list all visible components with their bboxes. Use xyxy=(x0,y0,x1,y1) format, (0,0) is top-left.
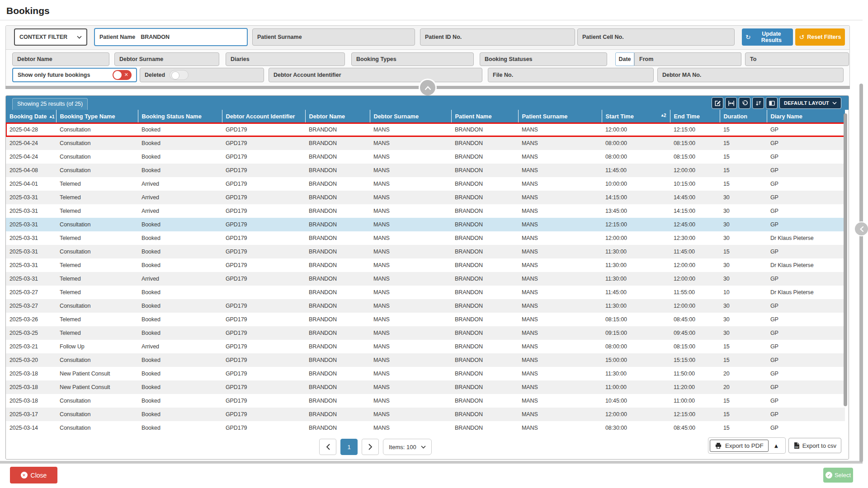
table-row[interactable]: 2025-03-18ConsultationBookedGPD179BRANDO… xyxy=(6,394,845,408)
column-header[interactable]: Patient Surname xyxy=(518,110,602,123)
table-row[interactable]: 2025-03-31TelemedArrivedGPD179BRANDONMAN… xyxy=(6,272,845,286)
table-cell: GP xyxy=(767,150,845,164)
export-pdf-button[interactable]: Export to PDF xyxy=(710,440,769,452)
table-row[interactable]: 2025-03-31ConsultationBookedGPD179BRANDO… xyxy=(6,245,845,258)
collapse-filters-button[interactable] xyxy=(420,80,435,95)
date-from-input[interactable]: From xyxy=(634,52,741,66)
patient-cell-input[interactable]: Patient Cell No. xyxy=(577,28,735,46)
column-header[interactable]: Debtor Name xyxy=(305,110,370,123)
table-cell: 30 xyxy=(720,272,767,286)
resize-columns-button[interactable] xyxy=(725,97,737,109)
column-header[interactable]: Diary Name xyxy=(767,110,845,123)
table-cell: 2025-04-01 xyxy=(6,177,56,191)
table-row[interactable]: 2025-03-17ConsultationBookedGPD179BRANDO… xyxy=(6,408,845,421)
items-per-page-select[interactable]: Items: 100 xyxy=(383,439,432,455)
table-row[interactable]: 2025-03-26TelemedBookedGPD179BRANDONMANS… xyxy=(6,313,845,326)
table-row[interactable]: 2025-04-28ConsultationBookedGPD179BRANDO… xyxy=(6,123,845,136)
table-cell: BRANDON xyxy=(451,353,518,367)
patient-name-input-label: Patient Name xyxy=(99,34,135,40)
file-no-input[interactable]: File No. xyxy=(488,68,654,82)
patient-surname-input[interactable]: Patient Surname xyxy=(252,28,415,46)
table-row[interactable]: 2025-03-27ConsultationBookedGPD179BRANDO… xyxy=(6,299,845,313)
table-row[interactable]: 2025-04-24ConsultationBookedGPD179BRANDO… xyxy=(6,150,845,164)
patient-name-input[interactable]: Patient Name BRANDON xyxy=(94,28,248,46)
table-cell: MANS xyxy=(518,340,602,353)
table-cell: 14:15:00 xyxy=(670,204,720,218)
table-cell: BRANDON xyxy=(305,340,370,353)
column-header[interactable]: Duration xyxy=(720,110,767,123)
booking-statuses-input[interactable]: Booking Statuses xyxy=(480,52,607,66)
table-cell: 2025-03-25 xyxy=(6,326,56,340)
update-results-button[interactable]: ↻ Update Results xyxy=(742,28,793,46)
diaries-input[interactable]: Diaries xyxy=(226,52,345,66)
table-cell: GP xyxy=(767,313,845,326)
table-row[interactable]: 2025-03-20ConsultationBookedGPD179BRANDO… xyxy=(6,353,845,367)
show-future-bookings-toggle[interactable]: ✕ xyxy=(113,70,132,80)
deleted-toggle[interactable] xyxy=(170,70,189,80)
reset-filters-button[interactable]: ↺ Reset Filters xyxy=(795,28,845,46)
column-header[interactable]: Booking Status Name xyxy=(138,110,222,123)
column-header[interactable]: End Time xyxy=(670,110,720,123)
table-row[interactable]: 2025-04-24ConsultationBookedGPD179BRANDO… xyxy=(6,136,845,150)
column-header[interactable]: Start Time▲2 xyxy=(602,110,670,123)
page-scrollbar[interactable] xyxy=(859,84,863,462)
previous-page-button[interactable] xyxy=(319,439,336,455)
table-cell: 15 xyxy=(720,394,767,408)
table-row[interactable]: 2025-03-31ConsultationBookedGPD179BRANDO… xyxy=(6,218,845,231)
column-header[interactable]: Booking Date▲1 xyxy=(6,110,56,123)
column-header[interactable]: Debtor Account Identifier xyxy=(222,110,305,123)
table-cell: 08:45:00 xyxy=(670,313,720,326)
table-row[interactable]: 2025-03-18New Patient ConsultBookedGPD17… xyxy=(6,380,845,394)
table-cell: BRANDON xyxy=(305,286,370,299)
table-cell: 11:30:00 xyxy=(602,258,670,272)
layout-select[interactable]: DEFAULT LAYOUT xyxy=(779,97,841,109)
sort-table-button[interactable] xyxy=(752,97,764,109)
table-cell: Booked xyxy=(138,421,222,435)
table-cell: GPD179 xyxy=(222,421,305,435)
column-header[interactable]: Booking Type Name xyxy=(56,110,138,123)
debtor-name-input[interactable]: Debtor Name xyxy=(12,52,109,66)
table-cell: BRANDON xyxy=(451,245,518,258)
table-cell: Consultation xyxy=(56,353,138,367)
table-cell: 09:15:00 xyxy=(602,326,670,340)
column-visibility-button[interactable] xyxy=(766,97,778,109)
page-number-button[interactable]: 1 xyxy=(340,439,358,455)
table-row[interactable]: 2025-03-31TelemedBookedGPD179BRANDONMANS… xyxy=(6,231,845,245)
table-cell: 15 xyxy=(720,408,767,421)
table-row[interactable]: 2025-03-31TelemedArrivedGPD179BRANDONMAN… xyxy=(6,191,845,204)
export-pdf-options-button[interactable]: ▲ xyxy=(769,439,784,452)
debtor-surname-input[interactable]: Debtor Surname xyxy=(114,52,219,66)
table-row[interactable]: 2025-03-18New Patient ConsultBookedGPD17… xyxy=(6,367,845,380)
debtor-account-identifier-input[interactable]: Debtor Account Identifier xyxy=(269,68,482,82)
table-row[interactable]: 2025-03-25TelemedBookedGPD179BRANDONMANS… xyxy=(6,326,845,340)
date-to-input[interactable]: To xyxy=(745,52,849,66)
table-scrollbar-thumb[interactable] xyxy=(844,113,847,406)
next-page-button[interactable] xyxy=(362,439,379,455)
booking-types-input[interactable]: Booking Types xyxy=(351,52,474,66)
column-header[interactable]: Patient Name xyxy=(451,110,518,123)
select-button-label: Select xyxy=(835,472,851,479)
table-cell: Arrived xyxy=(138,177,222,191)
table-row[interactable]: 2025-03-31TelemedArrivedGPD179BRANDONMAN… xyxy=(6,204,845,218)
close-button[interactable]: ✕ Close xyxy=(10,467,57,483)
table-cell: Consultation xyxy=(56,421,138,435)
columns-icon xyxy=(769,100,775,107)
collapse-panel-button[interactable] xyxy=(855,222,868,235)
table-row[interactable]: 2025-04-08ConsultationBookedGPD179BRANDO… xyxy=(6,164,845,177)
table-cell: 15 xyxy=(720,421,767,435)
select-button[interactable]: ✓ Select xyxy=(823,468,853,483)
table-row[interactable]: 2025-04-01TelemedArrivedGPD179BRANDONMAN… xyxy=(6,177,845,191)
table-row[interactable]: 2025-03-21Follow UpArrivedGPD179BRANDONM… xyxy=(6,340,845,353)
table-cell: BRANDON xyxy=(305,353,370,367)
edit-table-button[interactable] xyxy=(712,97,723,109)
column-header[interactable]: Debtor Surname xyxy=(370,110,451,123)
table-row[interactable]: 2025-03-14ConsultationBookedGPD179BRANDO… xyxy=(6,421,845,435)
debtor-ma-no-input[interactable]: Debtor MA No. xyxy=(657,68,844,82)
table-cell: GP xyxy=(767,245,845,258)
table-row[interactable]: 2025-03-31TelemedBookedGPD179BRANDONMANS… xyxy=(6,258,845,272)
table-row[interactable]: 2025-03-27TelemedBookedBRANDONMANSBRANDO… xyxy=(6,286,845,299)
export-csv-button[interactable]: csv Export to csv xyxy=(788,438,841,453)
patient-id-input[interactable]: Patient ID No. xyxy=(420,28,575,46)
context-filter-select[interactable]: CONTEXT FILTER xyxy=(14,28,87,46)
reset-table-button[interactable] xyxy=(739,97,750,109)
